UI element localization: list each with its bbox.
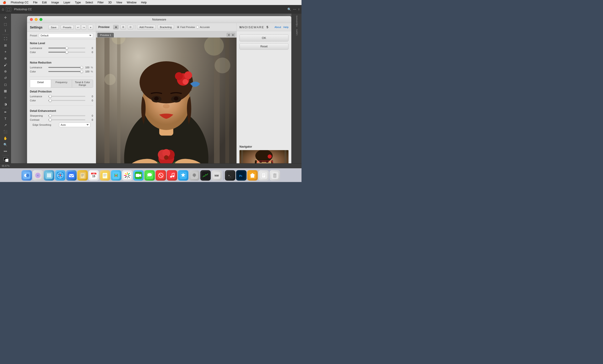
dock-photos[interactable] [122, 170, 132, 181]
dock-maps[interactable] [111, 170, 121, 181]
about-link[interactable]: About [275, 26, 281, 28]
fg-bg-color[interactable] [2, 156, 9, 162]
search-icon[interactable]: 🔍 [287, 8, 291, 11]
dodge-tool[interactable]: ◑ [2, 101, 9, 107]
dock-notefile[interactable] [77, 170, 88, 181]
window-maximize-btn[interactable] [39, 18, 42, 21]
help-link[interactable]: Help [283, 26, 289, 28]
dock-syspref[interactable] [189, 170, 199, 181]
save-button[interactable]: Save [48, 25, 59, 30]
color-noise-thumb[interactable] [65, 51, 68, 54]
brush-tool[interactable]: 🖌 [2, 62, 9, 68]
eyedropper-tool[interactable]: ⌖ [2, 49, 9, 55]
zoom-tool[interactable]: 🔍 [2, 142, 9, 148]
color-dp-thumb[interactable] [49, 99, 52, 102]
color-reduction-thumb[interactable] [80, 70, 83, 73]
menu-file[interactable]: File [32, 1, 38, 4]
accurate-option[interactable]: Accurate [196, 26, 209, 28]
view-split-v-btn[interactable]: ⊞ [120, 25, 126, 29]
menu-window[interactable]: Window [126, 1, 138, 4]
redo-button[interactable]: ↪ [81, 25, 86, 30]
menu-3d[interactable]: 3D [107, 1, 113, 4]
shape-tool[interactable]: ⬛ [2, 129, 9, 135]
tab-detail[interactable]: Detail [30, 80, 51, 88]
contrast-thumb[interactable] [49, 119, 52, 121]
heal-tool[interactable]: ⊕ [2, 55, 9, 62]
dock-finder2[interactable] [258, 170, 269, 181]
dock-launchpad[interactable] [44, 170, 54, 181]
add-preview-button[interactable]: Add Preview [137, 25, 156, 29]
view-split-h-btn[interactable]: ⊟ [128, 25, 133, 29]
pen-tool[interactable]: ✒ [2, 109, 9, 115]
prev-tab-next[interactable]: ▶ [231, 33, 235, 37]
adjustments-text[interactable]: Adjustments [295, 15, 298, 28]
menu-select[interactable]: Select [84, 1, 94, 4]
apple-menu[interactable]: 🍎 [2, 1, 7, 4]
stamp-tool[interactable]: ⊛ [2, 68, 9, 75]
selection-tool[interactable]: ⬚ [2, 21, 9, 27]
lasso-tool[interactable]: ⌇ [2, 28, 9, 34]
edge-smoothing-select[interactable]: Auto Low Medium High [59, 122, 90, 127]
settings-dropdown[interactable]: ▾ [88, 25, 93, 30]
menu-image[interactable]: Image [50, 1, 60, 4]
dock-noiseware[interactable]: NW [211, 170, 222, 181]
preview-tab-1[interactable]: Preview 1 [97, 33, 114, 37]
dock-calendar[interactable]: 1515 [89, 170, 99, 181]
dock-facetime[interactable] [133, 170, 144, 181]
prev-tab-prev[interactable]: ◀ [226, 33, 231, 37]
hand-tool[interactable]: ✋ [2, 135, 9, 141]
bracketing-button[interactable]: Bracketing [158, 25, 174, 29]
path-tool[interactable]: ↗ [2, 122, 9, 128]
menu-filter[interactable]: Filter [97, 1, 105, 4]
dock-music[interactable] [167, 170, 177, 181]
view-single-btn[interactable]: ▣ [113, 25, 119, 29]
crop-tool[interactable]: ⛶ [2, 36, 9, 42]
move-tool[interactable]: ✛ [2, 15, 9, 21]
frame-tool[interactable]: ⊠ [2, 42, 9, 48]
sharpening-thumb[interactable] [49, 114, 52, 117]
dock-finder[interactable] [22, 170, 32, 181]
dock-stocks[interactable] [200, 170, 211, 181]
reset-button[interactable]: Reset [240, 43, 289, 50]
fast-preview-radio[interactable] [177, 26, 179, 28]
window-minimize-btn[interactable] [35, 18, 38, 21]
preset-select[interactable]: Default Light Medium Strong Portrait [39, 33, 93, 38]
menu-view[interactable]: View [116, 1, 123, 4]
accurate-radio[interactable] [196, 26, 199, 28]
dock-mail[interactable] [66, 170, 77, 181]
tab-frequency[interactable]: Frequency [51, 80, 72, 88]
luminance-noise-thumb[interactable] [65, 47, 68, 49]
preview-canvas[interactable] [96, 38, 236, 163]
menu-help[interactable]: Help [140, 1, 148, 4]
menu-photoshop[interactable]: Photoshop CC [10, 1, 29, 4]
history-tool[interactable]: ↺ [2, 75, 9, 81]
window-close-btn[interactable] [30, 18, 33, 21]
layers-text[interactable]: Layers [295, 28, 298, 36]
ps-options-icon[interactable]: ⬚ [6, 7, 11, 12]
home-icon[interactable]: ⌂ [2, 7, 4, 11]
dock-trash[interactable] [270, 170, 280, 181]
dock-messages[interactable] [144, 170, 155, 181]
luminance-reduction-thumb[interactable] [80, 66, 83, 69]
menu-layer[interactable]: Layer [62, 1, 71, 4]
dock-terminal[interactable]: >_ [225, 170, 235, 181]
presets-button[interactable]: Presets [61, 25, 74, 30]
arrange-icon[interactable]: ⋯ [293, 8, 296, 11]
share-icon[interactable]: ↑ [298, 8, 300, 11]
dock-donotdisturb[interactable] [156, 170, 166, 181]
fast-preview-option[interactable]: Fast Preview [177, 26, 195, 28]
menu-type[interactable]: Type [74, 1, 82, 4]
dock-safari[interactable] [55, 170, 65, 181]
dock-appstore[interactable] [178, 170, 188, 181]
dock-siri[interactable] [33, 170, 43, 181]
gradient-tool[interactable]: ▦ [2, 88, 9, 94]
type-tool[interactable]: T [2, 116, 9, 122]
dock-notes[interactable] [100, 170, 110, 181]
undo-button[interactable]: ↩ [75, 25, 81, 30]
blur-tool[interactable]: ○ [2, 95, 9, 101]
more-tools[interactable]: ••• [2, 148, 9, 154]
lum-dp-thumb[interactable] [49, 95, 52, 98]
dock-photoshop[interactable]: Ps [236, 170, 246, 181]
dock-warehouse[interactable] [247, 170, 258, 181]
menu-edit[interactable]: Edit [41, 1, 48, 4]
